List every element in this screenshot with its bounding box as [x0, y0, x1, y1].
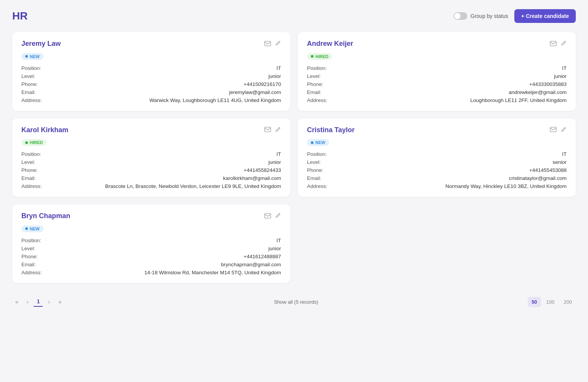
- svg-rect-1: [550, 41, 556, 46]
- address-label: Address:: [307, 97, 338, 103]
- position-label: Position:: [21, 238, 52, 243]
- badge-dot: [25, 141, 28, 144]
- field-position: Position: IT: [307, 65, 567, 71]
- field-level: Level: junior: [21, 73, 281, 79]
- field-phone: Phone: +443330035883: [307, 81, 567, 87]
- address-value: Brascote Ln, Brascote, Newbold Verdon, L…: [52, 183, 281, 189]
- page-size-controls: 50100200: [528, 297, 576, 307]
- status-badge: HIRED: [21, 139, 47, 146]
- card-actions: [264, 126, 281, 134]
- email-value: karolkirkham@gmail.com: [52, 175, 281, 181]
- level-value: junior: [52, 159, 281, 165]
- field-address: Address: Warwick Way, Loughborough LE11 …: [21, 97, 281, 103]
- field-phone: Phone: +441612488887: [21, 254, 281, 259]
- level-label: Level:: [21, 246, 52, 251]
- email-value: cristinataylor@gmail.com: [338, 175, 567, 181]
- address-value: Normandy Way, Hinckley LE10 3BZ, United …: [338, 183, 567, 189]
- address-label: Address:: [21, 270, 52, 275]
- card-fields: Position: IT Level: senior Phone: +44145…: [307, 151, 567, 189]
- page-header: HR Group by status + Create candidate: [12, 9, 576, 23]
- level-value: junior: [52, 246, 281, 251]
- position-value: IT: [338, 151, 567, 157]
- email-icon[interactable]: [264, 40, 271, 47]
- card-header: Jeremy Law: [21, 40, 281, 48]
- email-icon[interactable]: [264, 126, 271, 133]
- candidate-name: Jeremy Law: [21, 40, 61, 48]
- field-level: Level: junior: [307, 73, 567, 79]
- phone-value: +441455824433: [52, 167, 281, 173]
- show-all-text: Show all (5 records): [274, 299, 318, 305]
- field-level: Level: junior: [21, 159, 281, 165]
- create-candidate-button[interactable]: + Create candidate: [514, 9, 576, 23]
- svg-rect-0: [265, 41, 271, 46]
- svg-rect-3: [550, 127, 556, 132]
- badge-text: NEW: [30, 54, 40, 59]
- first-page-button[interactable]: «: [12, 297, 21, 306]
- card-actions: [264, 40, 281, 47]
- email-value: andrewkeijer@gmail.com: [338, 89, 567, 95]
- page-size-100-button[interactable]: 100: [543, 297, 559, 307]
- position-label: Position:: [307, 65, 338, 71]
- edit-icon[interactable]: [561, 126, 567, 134]
- email-icon[interactable]: [550, 126, 557, 133]
- field-email: Email: andrewkeijer@gmail.com: [307, 89, 567, 95]
- phone-value: +441612488887: [52, 254, 281, 259]
- edit-icon[interactable]: [275, 126, 281, 134]
- phone-label: Phone:: [21, 254, 52, 259]
- pagination-nav: « ‹ 1 › »: [12, 297, 65, 307]
- group-by-status-control[interactable]: Group by status: [454, 12, 508, 20]
- card-fields: Position: IT Level: junior Phone: +44161…: [21, 238, 281, 275]
- field-phone: Phone: +441455453088: [307, 167, 567, 173]
- email-label: Email:: [21, 89, 52, 95]
- phone-label: Phone:: [307, 167, 338, 173]
- group-by-status-toggle[interactable]: [454, 12, 467, 20]
- edit-icon[interactable]: [275, 212, 281, 220]
- status-badge: HIRED: [307, 53, 332, 60]
- email-label: Email:: [307, 175, 338, 181]
- group-by-status-label: Group by status: [470, 13, 508, 19]
- position-value: IT: [52, 238, 281, 243]
- level-value: junior: [52, 73, 281, 79]
- email-value: brynchapman@gmail.com: [52, 262, 281, 267]
- level-label: Level:: [307, 159, 338, 165]
- edit-icon[interactable]: [275, 40, 281, 47]
- badge-text: HIRED: [315, 54, 328, 59]
- pagination: « ‹ 1 › » Show all (5 records) 50100200: [12, 292, 576, 307]
- address-value: Loughborough LE11 2FF, United Kingdom: [338, 97, 567, 103]
- position-label: Position:: [307, 151, 338, 157]
- email-label: Email:: [21, 262, 52, 267]
- field-phone: Phone: +441509216170: [21, 81, 281, 87]
- candidate-name: Bryn Chapman: [21, 212, 70, 220]
- level-label: Level:: [307, 73, 338, 79]
- field-level: Level: senior: [307, 159, 567, 165]
- page-size-200-button[interactable]: 200: [560, 297, 576, 307]
- address-label: Address:: [307, 183, 338, 189]
- page-size-50-button[interactable]: 50: [528, 297, 541, 307]
- next-page-button[interactable]: ›: [45, 297, 53, 306]
- field-position: Position: IT: [21, 238, 281, 243]
- email-icon[interactable]: [264, 213, 271, 220]
- candidate-name: Cristina Taylor: [307, 126, 355, 134]
- phone-label: Phone:: [21, 167, 52, 173]
- card-header: Andrew Keijer: [307, 40, 567, 48]
- level-value: junior: [338, 73, 567, 79]
- field-address: Address: Loughborough LE11 2FF, United K…: [307, 97, 567, 103]
- page-1-button[interactable]: 1: [34, 297, 43, 307]
- prev-page-button[interactable]: ‹: [24, 297, 32, 306]
- last-page-button[interactable]: »: [55, 297, 65, 306]
- badge-dot: [311, 55, 313, 58]
- card-fields: Position: IT Level: junior Phone: +44150…: [21, 65, 281, 103]
- card-actions: [550, 126, 567, 134]
- header-controls: Group by status + Create candidate: [454, 9, 576, 23]
- email-icon[interactable]: [550, 40, 557, 47]
- badge-dot: [311, 141, 313, 144]
- field-position: Position: IT: [307, 151, 567, 157]
- address-value: 14-18 Wilmslow Rd, Manchester M14 5TQ, U…: [52, 270, 281, 275]
- email-label: Email:: [307, 89, 338, 95]
- field-email: Email: brynchapman@gmail.com: [21, 262, 281, 267]
- card-header: Cristina Taylor: [307, 126, 567, 134]
- position-value: IT: [52, 151, 281, 157]
- email-label: Email:: [21, 175, 52, 181]
- edit-icon[interactable]: [561, 40, 567, 47]
- badge-text: HIRED: [30, 140, 43, 145]
